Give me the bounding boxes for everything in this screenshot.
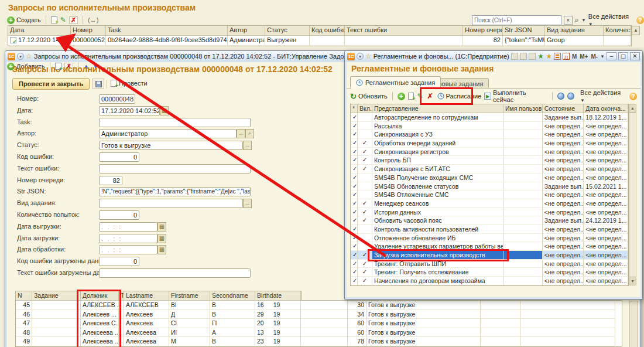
- help-icon[interactable]: ?: [636, 16, 644, 24]
- job-row[interactable]: ✓✓Обработка очереди заданий<не определ..…: [351, 139, 628, 148]
- calculator-icon[interactable]: [554, 53, 561, 60]
- delete-icon[interactable]: ✗: [426, 93, 434, 100]
- column-header[interactable]: Str JSON: [503, 26, 545, 36]
- field-input[interactable]: [99, 199, 243, 208]
- delete-icon[interactable]: ✗: [69, 16, 78, 24]
- calendar-picker-icon[interactable]: ▦: [157, 245, 166, 254]
- scroll-down-icon[interactable]: ▼: [629, 277, 636, 285]
- create-button[interactable]: + Создать: [7, 16, 41, 24]
- job-row[interactable]: ✓✓Трекинг: Получить отслеживание<не опре…: [351, 268, 628, 277]
- job-row[interactable]: ✓✓Загрузка исполнительных производств<не…: [351, 251, 628, 260]
- run-now-button[interactable]: ▶ Выполнить сейчас: [484, 89, 547, 103]
- refresh-button[interactable]: ↻ Обновить: [350, 92, 388, 101]
- field-input[interactable]: 0: [99, 257, 139, 266]
- search-input[interactable]: [472, 15, 561, 25]
- titlebar-chevron-icon[interactable]: ▼: [600, 54, 605, 59]
- maximize-button[interactable]: ▢: [618, 52, 628, 60]
- column-header[interactable]: N: [16, 291, 32, 301]
- scroll-up-icon[interactable]: ▲: [629, 104, 636, 113]
- memory-button[interactable]: M: [571, 53, 577, 60]
- favorites-list-icon[interactable]: ★: [546, 53, 552, 60]
- window-menu-icon[interactable]: ▼: [17, 53, 24, 60]
- table-row[interactable]: 49Алексеева ...АлексееваМВ2319: [16, 337, 301, 346]
- column-header[interactable]: Код ошибки: [310, 26, 345, 36]
- requests-table-row[interactable]: 17.12.2020 14:02:530000000520b264ae2-988…: [8, 36, 631, 46]
- memory-minus-button[interactable]: M-: [590, 53, 598, 60]
- table-row[interactable]: 78Готов к выгрузке: [301, 337, 622, 346]
- copy-icon[interactable]: [408, 93, 415, 100]
- jobs-scrollbar[interactable]: ▲ ▼: [629, 104, 636, 285]
- field-input[interactable]: . . : :: [99, 245, 157, 254]
- help-icon[interactable]: ?: [629, 93, 637, 100]
- job-row[interactable]: ✓SMS4B Получение входящих СМС<не определ…: [351, 174, 628, 182]
- column-header[interactable]: Текст ошибки: [345, 26, 463, 36]
- jobs-history-icon[interactable]: [567, 93, 574, 100]
- post-button[interactable]: Провести: [111, 80, 148, 87]
- choose-button[interactable]: ...: [243, 199, 252, 208]
- copy-row-icon[interactable]: [55, 63, 61, 70]
- column-header[interactable]: Birthdate: [255, 291, 301, 301]
- job-row[interactable]: ✓Удаление устаревших параметров работы в…: [351, 242, 628, 251]
- save-button[interactable]: [93, 79, 104, 89]
- add-favorite-icon[interactable]: ★: [537, 53, 544, 60]
- edit-icon[interactable]: ✎: [417, 92, 423, 100]
- column-header[interactable]: Номер очереди: [463, 26, 503, 36]
- schedule-button[interactable]: Расписание: [437, 93, 482, 100]
- field-input[interactable]: Администратор: [99, 129, 237, 138]
- scroll-up-arrow[interactable]: ▲: [632, 26, 640, 35]
- field-input[interactable]: [99, 164, 251, 174]
- table-row[interactable]: 46Алексеев ...АлексеевДВ2919: [16, 310, 301, 319]
- field-input[interactable]: Готов к выгрузке: [99, 141, 243, 150]
- field-input[interactable]: 0: [99, 210, 139, 220]
- calendar-picker-icon[interactable]: ▦: [157, 222, 166, 232]
- column-header[interactable]: Дата оконча...: [584, 104, 628, 113]
- column-header[interactable]: Должник: [81, 291, 119, 301]
- table-row[interactable]: 47Алексеев С...АлексеевСlГl2019: [16, 319, 301, 328]
- clear-search-icon[interactable]: ×: [564, 16, 573, 25]
- job-row[interactable]: ✓Синхронизация с УЗ<не определ...<не опр…: [351, 130, 628, 139]
- column-header[interactable]: Task: [106, 26, 228, 36]
- field-input[interactable]: 000000048: [99, 94, 135, 104]
- calendar-icon[interactable]: 31: [563, 53, 570, 60]
- job-row[interactable]: ✓Автораспределение по сотрудникамЗадание…: [351, 113, 628, 122]
- choose-button[interactable]: ...: [237, 129, 245, 138]
- table-row[interactable]: 60Готов к выгрузке: [301, 328, 622, 338]
- favorite-star-icon[interactable]: ☆: [365, 53, 372, 60]
- column-header[interactable]: Статус: [265, 26, 310, 36]
- debtors-table-scrollbar[interactable]: ▼: [629, 301, 638, 347]
- lookup-icon[interactable]: ⌕: [245, 129, 254, 138]
- table-row[interactable]: 48Алексеева ...АлексееваИlА1319: [16, 328, 301, 338]
- job-row[interactable]: ✓✓Менеджер сеансов<не определ...<не опре…: [351, 199, 628, 208]
- field-input[interactable]: . . : :: [99, 234, 157, 243]
- job-row[interactable]: ✓✓Обновить часовой поясЗадание вып...24.…: [351, 216, 628, 225]
- job-row[interactable]: ✓✓Синхронизация с БИТ.АТС<не определ...<…: [351, 165, 628, 174]
- job-row[interactable]: ✓✓История данных<не определ...<не опреде…: [351, 208, 628, 217]
- all-actions-button[interactable]: Все действия ▼: [580, 89, 626, 103]
- table-row[interactable]: 30Готов к выгрузке: [301, 301, 622, 310]
- column-header[interactable]: Вид задания: [545, 26, 604, 36]
- close-button[interactable]: ✕: [630, 52, 640, 60]
- column-header[interactable]: Secondname: [210, 291, 255, 301]
- column-header[interactable]: Количество поп: [604, 26, 631, 36]
- job-row[interactable]: ✓✓Синхронизация регистров<не определ...<…: [351, 148, 628, 157]
- job-row[interactable]: ✓SMS4B Отложенные СМС<не определ...<не о…: [351, 190, 628, 199]
- job-row[interactable]: ✓✓Контроль БП<не определ...<не определ..…: [351, 156, 628, 165]
- column-header[interactable]: Состояние: [543, 104, 584, 113]
- field-input[interactable]: [99, 118, 251, 127]
- calendar-picker-icon[interactable]: ▦: [160, 106, 169, 115]
- column-header[interactable]: T: [119, 291, 124, 301]
- field-input[interactable]: !N","request":[{"type":1,"params":{"firs…: [99, 187, 251, 196]
- job-row[interactable]: ✓✓Трекинг: Отправить ШПИ<не определ...<н…: [351, 260, 628, 268]
- field-input[interactable]: [99, 268, 251, 278]
- edit-icon[interactable]: ✎: [60, 16, 66, 24]
- window-menu-icon[interactable]: ▼: [357, 53, 364, 60]
- choose-button[interactable]: ...: [243, 141, 252, 150]
- column-header[interactable]: *: [351, 104, 358, 113]
- jobs-window-titlebar[interactable]: 1С ▼ ☆ Регламентные и фоновы... (1С:Пред…: [345, 51, 642, 62]
- add-icon[interactable]: +: [398, 93, 405, 100]
- column-header[interactable]: Автор: [228, 26, 265, 36]
- column-header[interactable]: Lastname: [124, 291, 169, 301]
- column-header[interactable]: Вкл.: [358, 104, 372, 113]
- search-options-chevron-icon[interactable]: ▼: [581, 18, 586, 23]
- column-header[interactable]: Firstname: [169, 291, 210, 301]
